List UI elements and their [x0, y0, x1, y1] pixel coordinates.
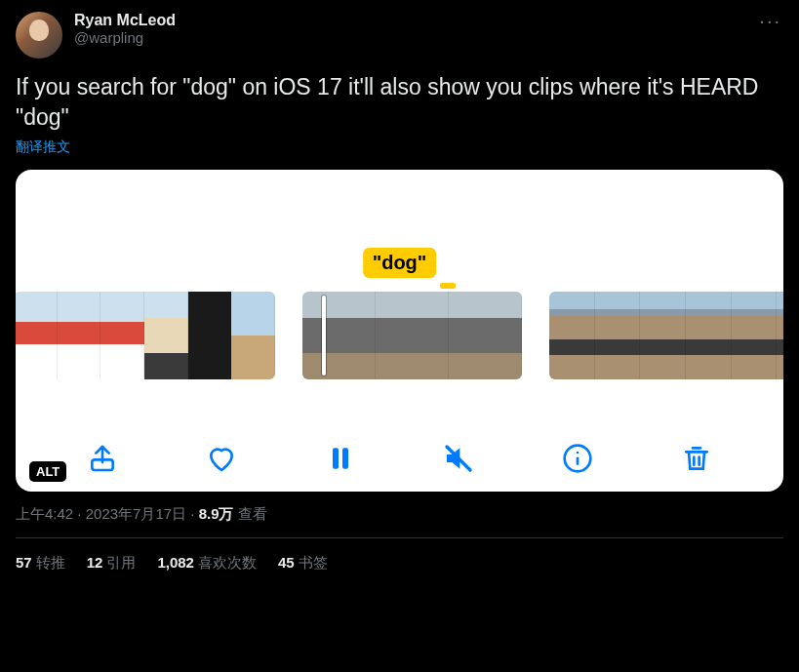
svg-rect-2 — [342, 448, 348, 468]
tweet-text: If you search for "dog" on iOS 17 it'll … — [16, 72, 783, 133]
playhead-marker — [440, 283, 456, 289]
share-icon[interactable] — [87, 443, 118, 474]
trash-icon[interactable] — [681, 443, 712, 474]
clip-thumbnail[interactable] — [549, 292, 783, 379]
views-label: 查看 — [234, 505, 267, 522]
clip-thumbnail[interactable] — [16, 292, 275, 379]
engagement-stats: 57转推 12引用 1,082喜欢次数 45书签 — [16, 538, 783, 573]
views-count: 8.9万 — [199, 505, 234, 522]
author-block[interactable]: Ryan McLeod @warpling — [74, 12, 176, 46]
display-name: Ryan McLeod — [74, 12, 176, 29]
more-options-button[interactable]: ··· — [759, 10, 781, 32]
translate-link[interactable]: 翻译推文 — [16, 138, 783, 156]
svg-rect-1 — [333, 448, 339, 468]
video-timeline[interactable] — [16, 292, 783, 379]
mute-icon[interactable] — [443, 443, 474, 474]
clip-thumbnail[interactable] — [302, 292, 522, 379]
tweet-time: 上午4:42 — [16, 505, 73, 522]
svg-point-6 — [577, 452, 579, 455]
stat-retweets[interactable]: 57转推 — [16, 554, 65, 573]
stat-bookmarks[interactable]: 45书签 — [278, 554, 328, 573]
alt-badge[interactable]: ALT — [29, 461, 66, 482]
tweet-meta[interactable]: 上午4:42 · 2023年7月17日 · 8.9万 查看 — [16, 505, 783, 524]
search-match-badge: "dog" — [363, 248, 437, 278]
stat-quotes[interactable]: 12引用 — [87, 554, 137, 573]
tweet-header: Ryan McLeod @warpling — [16, 12, 783, 59]
media-toolbar — [16, 443, 783, 474]
media-attachment[interactable]: "dog" — [16, 170, 783, 492]
user-handle: @warpling — [74, 29, 176, 46]
stat-likes[interactable]: 1,082喜欢次数 — [157, 554, 257, 573]
heart-icon[interactable] — [206, 443, 237, 474]
tweet-container: ··· Ryan McLeod @warpling If you search … — [0, 0, 799, 573]
info-icon[interactable] — [562, 443, 593, 474]
pause-icon[interactable] — [325, 443, 356, 474]
avatar[interactable] — [16, 12, 62, 59]
tweet-date: 2023年7月17日 — [86, 505, 186, 522]
